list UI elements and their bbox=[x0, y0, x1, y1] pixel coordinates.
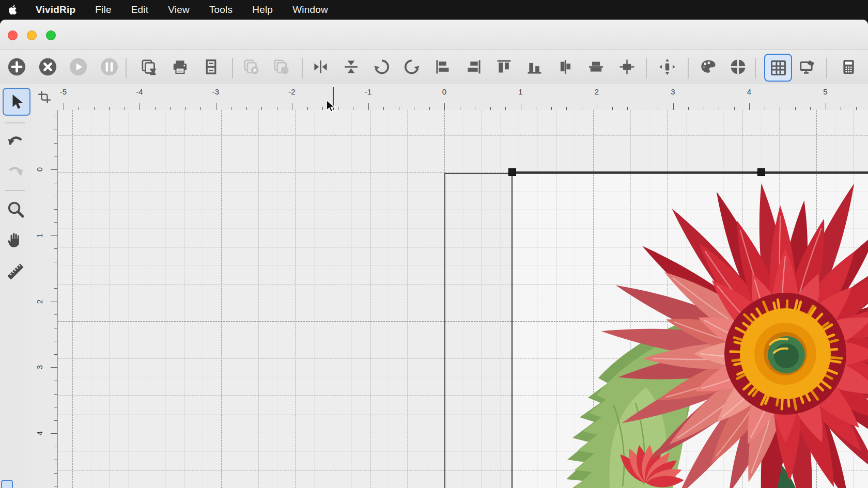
calculator-icon bbox=[840, 58, 857, 75]
toolbar-separator bbox=[302, 58, 303, 78]
menu-item-view[interactable]: View bbox=[158, 4, 199, 15]
menu-item-tools[interactable]: Tools bbox=[199, 4, 242, 15]
partial-tool-button[interactable] bbox=[1, 480, 13, 488]
menu-item-help[interactable]: Help bbox=[242, 4, 283, 15]
traffic-light-minimize[interactable] bbox=[27, 30, 37, 40]
align-center-horizontal-button[interactable] bbox=[552, 54, 578, 80]
zoom-tool-button[interactable] bbox=[3, 196, 28, 222]
align-top-button[interactable] bbox=[491, 54, 517, 80]
undo-arrow-icon bbox=[6, 131, 25, 150]
menu-item-file[interactable]: File bbox=[85, 4, 121, 15]
pause-circle-icon bbox=[100, 57, 119, 76]
align-center-horizontal-icon bbox=[557, 58, 574, 75]
grid-minor-line bbox=[58, 117, 868, 117]
vertical-ruler: 01234 bbox=[31, 110, 58, 488]
ruler-origin-corner[interactable] bbox=[31, 84, 58, 111]
ruler-tick bbox=[54, 314, 58, 315]
rotate-ccw-button[interactable] bbox=[368, 54, 394, 80]
calculator-button[interactable] bbox=[835, 54, 861, 80]
mirror-horizontal-button[interactable] bbox=[307, 54, 333, 80]
show-grid-button[interactable] bbox=[764, 54, 792, 82]
select-tool-button[interactable] bbox=[3, 88, 30, 116]
align-right-icon bbox=[465, 58, 482, 75]
align-right-button[interactable] bbox=[460, 54, 486, 80]
ruler-tick bbox=[51, 169, 57, 170]
x-circle-icon bbox=[38, 57, 57, 76]
undo-button[interactable] bbox=[3, 128, 28, 153]
grid-minor-line bbox=[351, 110, 352, 488]
play-circle-icon bbox=[69, 57, 88, 76]
plus-circle-icon bbox=[7, 57, 26, 76]
tiles-icon bbox=[203, 58, 220, 75]
h-ruler-label: 1 bbox=[518, 87, 522, 96]
ruler-tick bbox=[54, 288, 58, 289]
menu-item-vividrip[interactable]: VividRip bbox=[26, 4, 85, 15]
pan-tool-button[interactable] bbox=[3, 227, 28, 253]
toolbar-separator bbox=[826, 58, 827, 78]
flip-vertical-icon bbox=[343, 58, 360, 75]
h-ruler-label: -4 bbox=[136, 87, 143, 96]
color-settings-button[interactable] bbox=[695, 54, 721, 80]
toolbar-separator bbox=[688, 58, 689, 78]
rotate-ccw-icon bbox=[373, 58, 390, 75]
position-object-button[interactable] bbox=[654, 54, 680, 80]
rotate-cw-button[interactable] bbox=[399, 54, 425, 80]
selection-handle[interactable] bbox=[757, 168, 765, 176]
align-left-icon bbox=[435, 58, 452, 75]
ruler-tick bbox=[54, 209, 58, 210]
send-jobs-button bbox=[238, 54, 264, 80]
ruler-tick bbox=[54, 143, 58, 144]
hand-icon bbox=[6, 230, 25, 249]
align-bottom-button[interactable] bbox=[521, 54, 547, 80]
grid-line bbox=[72, 110, 73, 488]
ruler-tick bbox=[51, 433, 57, 434]
traffic-light-close[interactable] bbox=[8, 30, 18, 40]
print-jobs-button[interactable] bbox=[136, 54, 162, 80]
print-button[interactable] bbox=[167, 54, 193, 80]
ruler-tick bbox=[54, 447, 58, 447]
measure-tool-button[interactable] bbox=[3, 259, 28, 285]
ruler-tick bbox=[140, 103, 140, 110]
align-left-button[interactable] bbox=[430, 54, 456, 80]
palette-icon bbox=[700, 58, 717, 75]
ruler-tick bbox=[54, 328, 58, 328]
ruler-tick bbox=[216, 103, 216, 110]
ruler-tick bbox=[54, 473, 58, 474]
redo-button bbox=[3, 158, 28, 184]
preview-output-button[interactable] bbox=[795, 54, 820, 80]
menu-item-window[interactable]: Window bbox=[283, 4, 338, 15]
ruler-tick bbox=[54, 117, 58, 117]
flower-image[interactable] bbox=[491, 145, 868, 488]
ruler-tick bbox=[749, 103, 750, 110]
design-canvas[interactable] bbox=[58, 110, 868, 488]
apple-icon bbox=[7, 4, 17, 15]
toolbar-separator bbox=[232, 58, 233, 78]
grid-line bbox=[58, 135, 868, 136]
v-ruler-label: 3 bbox=[35, 365, 44, 369]
ruler-tick bbox=[368, 103, 369, 110]
start-queue-button bbox=[65, 54, 91, 80]
center-on-page-button[interactable] bbox=[614, 54, 640, 80]
align-center-vertical-button[interactable] bbox=[583, 54, 609, 80]
selection-handle[interactable] bbox=[508, 168, 516, 176]
mirror-vertical-button[interactable] bbox=[338, 54, 364, 80]
grid-minor-line bbox=[128, 110, 129, 488]
registration-marks-button[interactable] bbox=[725, 54, 751, 80]
grid-line bbox=[296, 110, 296, 488]
grid-line bbox=[258, 110, 259, 488]
window-title-bar[interactable] bbox=[0, 20, 868, 50]
ruler-tick bbox=[521, 103, 521, 110]
tile-panels-button[interactable] bbox=[198, 54, 224, 80]
apple-menu[interactable] bbox=[0, 4, 24, 15]
delete-job-button[interactable] bbox=[35, 54, 60, 80]
v-ruler-label: 4 bbox=[35, 431, 44, 435]
align-center-vertical-icon bbox=[587, 58, 605, 75]
grid-minor-line bbox=[463, 110, 463, 488]
add-job-button[interactable] bbox=[4, 54, 29, 80]
ruler-tick bbox=[826, 103, 826, 110]
traffic-light-zoom[interactable] bbox=[46, 30, 56, 40]
sidebar-separator bbox=[5, 190, 25, 191]
menu-item-edit[interactable]: Edit bbox=[121, 4, 159, 15]
grid-line bbox=[184, 110, 184, 488]
grid-icon bbox=[770, 59, 787, 76]
